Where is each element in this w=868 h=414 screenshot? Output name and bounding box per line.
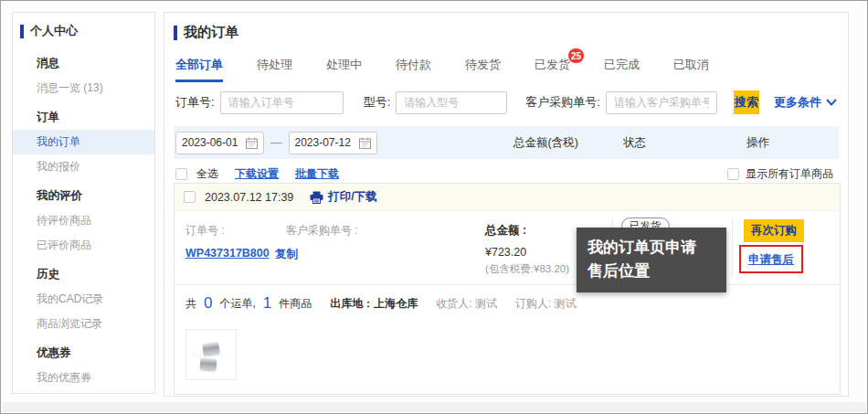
order-card-header: 2023.07.12 17:39 打印/下载 (175, 184, 840, 211)
receiver-label: 收货人: 测试 (436, 296, 497, 312)
more-conditions-link[interactable]: 更多条件 (774, 94, 837, 111)
chevron-down-icon (826, 99, 837, 106)
item-suffix: 件商品 (279, 296, 312, 312)
reorder-button[interactable]: 再次订购 (744, 219, 804, 242)
product-thumbnail[interactable]: misumi (185, 329, 237, 380)
select-all-label: 全选 (196, 166, 218, 182)
tab-label: 全部订单 (175, 58, 223, 71)
print-download-label: 打印/下载 (328, 189, 376, 205)
tab-label: 已取消 (673, 58, 709, 71)
tab-4[interactable]: 待发货 (465, 57, 501, 82)
page-title: 我的订单 (174, 24, 238, 41)
copy-order-no-link[interactable]: 复制 (275, 247, 298, 262)
date-range-separator: — (270, 136, 282, 149)
order-number-link[interactable]: WP437317B800 (185, 247, 270, 260)
sidebar-item-12[interactable]: 我的优惠券 (13, 366, 154, 390)
tab-3[interactable]: 待付款 (396, 57, 431, 82)
warehouse-label: 出库地：上海仓库 (330, 296, 418, 312)
date-to-input[interactable] (295, 136, 355, 149)
order-no-label: 订单号: (175, 94, 215, 111)
tab-label: 待发货 (465, 58, 501, 71)
show-all-label: 显示所有订单商品 (746, 166, 833, 182)
list-toolbar: 全选 下载设置 批量下载 显示所有订单商品 (175, 166, 833, 182)
tab-6[interactable]: 已完成 (604, 57, 640, 82)
shipment-info-row: 共 0 个运单, 1 件商品 出库地：上海仓库 收货人: 测试 订购人: 测试 (175, 284, 840, 320)
sidebar-item-3[interactable]: 我的订单 (13, 130, 154, 154)
po-field-label: 客户采购单号 : (286, 223, 358, 239)
tab-label: 已发货 (535, 58, 570, 71)
tab-label: 处理中 (326, 58, 362, 71)
calendar-icon[interactable] (359, 137, 371, 149)
bottom-strip (2, 402, 866, 412)
tab-2[interactable]: 处理中 (326, 57, 362, 82)
sidebar-list: 消息消息一览 (13)订单我的订单我的报价我的评价待评价商品已评价商品历史我的C… (13, 50, 154, 394)
order-datetime: 2023.07.12 17:39 (205, 191, 293, 204)
personal-center-title: 个人中心 (13, 13, 154, 47)
sidebar-item-1[interactable]: 消息一览 (13) (13, 76, 154, 101)
sidebar-item-6[interactable]: 待评价商品 (13, 208, 154, 233)
sidebar-item-0: 消息 (13, 50, 154, 76)
product-part-image (202, 342, 220, 356)
order-card: 2023.07.12 17:39 打印/下载 订单号 : 客户采购单号 (174, 183, 841, 395)
tab-label: 已完成 (604, 58, 640, 71)
tab-1[interactable]: 待处理 (257, 57, 292, 82)
date-to-box (289, 132, 377, 154)
tab-label: 待付款 (396, 58, 431, 71)
search-row: 订单号: 型号: 客户采购单号: 搜索 更多条件 (175, 90, 837, 114)
sidebar-item-10[interactable]: 商品浏览记录 (13, 312, 154, 336)
waybill-suffix: 个运单, (219, 296, 255, 312)
amount-tax-note: (包含税费:¥83.20) (485, 262, 569, 276)
shipped-count-badge: 25 (568, 48, 584, 63)
accent-bar (20, 25, 24, 38)
page-title-label: 我的订单 (184, 24, 238, 41)
model-input[interactable] (396, 91, 507, 114)
amount-label: 总金额 : (485, 223, 526, 239)
order-status-tabs: 全部订单待处理处理中待付款待发货已发货25已完成已取消 (175, 57, 709, 82)
calendar-icon[interactable] (246, 137, 258, 149)
tab-0[interactable]: 全部订单 (175, 57, 223, 82)
po-input[interactable] (606, 91, 717, 114)
apply-aftersale-link[interactable]: 申请售后 (748, 253, 794, 266)
order-no-input[interactable] (220, 91, 344, 114)
tooltip-line-1: 我的订单页申请 (587, 236, 715, 260)
sidebar-item-5: 我的评价 (13, 183, 154, 208)
batch-download-link[interactable]: 批量下载 (295, 166, 339, 182)
product-part-image (200, 357, 217, 370)
column-header-amount: 总金额(含税) (513, 135, 578, 151)
orders-panel: 我的订单 全部订单待处理处理中待付款待发货已发货25已完成已取消 订单号: 型号… (164, 12, 849, 397)
sidebar-item-7[interactable]: 已评价商品 (13, 233, 154, 258)
model-label: 型号: (364, 94, 391, 111)
download-settings-link[interactable]: 下载设置 (235, 166, 279, 182)
buyer-label: 订购人: 测试 (515, 296, 577, 312)
column-header-status: 状态 (623, 135, 646, 151)
accent-bar (174, 26, 177, 40)
tooltip-line-2: 售后位置 (587, 260, 715, 283)
sidebar-item-4[interactable]: 我的报价 (13, 154, 154, 179)
printer-icon (310, 191, 323, 204)
show-all-checkbox[interactable] (727, 168, 739, 180)
waybill-count: 0 (204, 294, 212, 313)
order-no-field-label: 订单号 : (185, 223, 225, 239)
date-from-input[interactable] (182, 136, 242, 149)
search-button[interactable]: 搜索 (734, 90, 759, 114)
page-frame: 个人中心 消息消息一览 (13)订单我的订单我的报价我的评价待评价商品已评价商品… (0, 0, 868, 414)
tab-5[interactable]: 已发货25 (535, 57, 570, 82)
amount-value: ¥723.20 (485, 246, 526, 259)
sidebar-item-11: 优惠券 (13, 340, 154, 366)
annotation-highlight-box: 申请售后 (739, 245, 803, 273)
tab-label: 待处理 (257, 58, 292, 71)
po-label: 客户采购单号: (525, 94, 600, 111)
item-count: 1 (263, 294, 271, 313)
tab-7[interactable]: 已取消 (673, 57, 709, 82)
select-all-checkbox[interactable] (175, 168, 187, 180)
date-from-box (175, 132, 264, 154)
sidebar-item-2: 订单 (13, 104, 154, 130)
order-card-body: 订单号 : 客户采购单号 : WP437317B800 复制 总金额 : ¥72… (175, 211, 840, 284)
annotation-tooltip: 我的订单页申请 售后位置 (577, 228, 726, 292)
shipment-prefix: 共 (185, 296, 196, 312)
sidebar-item-8: 历史 (13, 261, 154, 287)
print-download-link[interactable]: 打印/下载 (310, 189, 376, 205)
sidebar-item-9[interactable]: 我的CAD记录 (13, 287, 154, 312)
order-checkbox[interactable] (184, 191, 196, 203)
more-conditions-label: 更多条件 (774, 94, 821, 111)
